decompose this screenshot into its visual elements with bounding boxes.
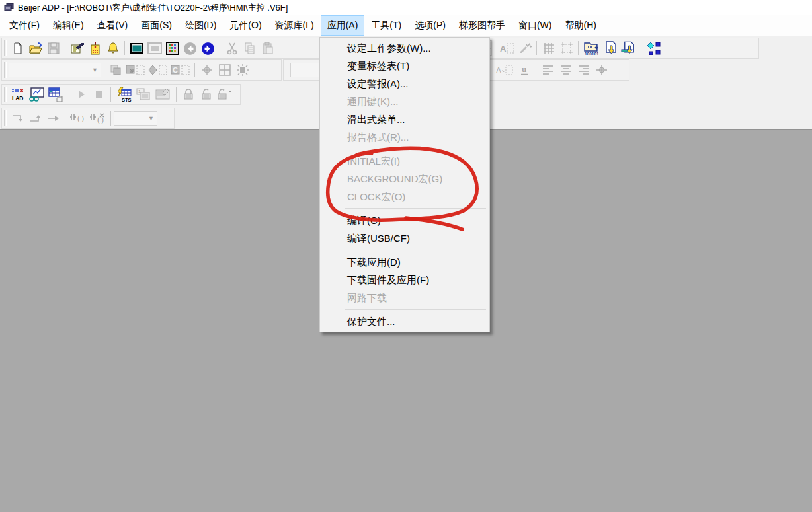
run-simulation-button[interactable] — [72, 86, 90, 104]
next-screen-button[interactable] — [199, 40, 217, 57]
text-cursor-button[interactable]: A — [494, 61, 515, 79]
menu-item[interactable]: 网路下载 — [320, 289, 489, 307]
branch-up-icon — [29, 113, 42, 124]
open-file-button[interactable] — [26, 40, 44, 57]
work-parameters-button[interactable] — [68, 40, 86, 57]
lock-options-button[interactable] — [215, 86, 236, 104]
grid-toggle-button[interactable] — [540, 40, 557, 57]
menu-item[interactable]: 设定警报(A)... — [320, 75, 489, 92]
align-left-button[interactable] — [539, 61, 557, 79]
previous-screen-button[interactable] — [181, 40, 199, 57]
contact-closed-icon: () — [89, 112, 106, 124]
download-data-button[interactable]: 100101 — [581, 40, 602, 57]
menu-item[interactable]: 报告格式(R)... — [320, 128, 489, 146]
copy-icon — [243, 42, 257, 55]
download-app-button[interactable] — [602, 40, 620, 57]
bring-front-button[interactable] — [106, 61, 124, 79]
object-style-combo[interactable]: ▼ — [9, 63, 101, 77]
menu-item[interactable]: 通用键(K)... — [320, 92, 489, 110]
menu-item[interactable]: INITIAL宏(I) — [320, 152, 489, 170]
menubar-item[interactable]: 资源库(L) — [268, 15, 321, 36]
menu-item[interactable]: 编译(C) — [320, 211, 489, 229]
object-link-button[interactable] — [644, 40, 662, 57]
snap-grid-button[interactable] — [557, 40, 575, 57]
menubar-item[interactable]: 元件(O) — [223, 15, 268, 36]
replace-object-button[interactable] — [124, 61, 147, 79]
group-object-icon: C — [171, 63, 190, 77]
menu-item[interactable]: 设定工作参数(W)... — [320, 39, 489, 57]
center-object-button[interactable] — [233, 61, 251, 79]
lock-button[interactable] — [179, 86, 197, 104]
underline-button[interactable]: u — [515, 61, 533, 79]
menu-item[interactable]: 保护文件... — [320, 312, 489, 330]
menubar-item[interactable]: 查看(V) — [91, 15, 135, 36]
group-object-button[interactable]: C — [169, 61, 192, 79]
align-right-button[interactable] — [575, 61, 592, 79]
text-cursor-icon: A — [495, 64, 514, 76]
save-file-button[interactable] — [44, 40, 62, 57]
toolbar-grip[interactable] — [286, 62, 288, 78]
toolbar-separator — [176, 87, 177, 102]
menubar-item[interactable]: 编辑(E) — [46, 15, 91, 36]
align-center-button[interactable] — [557, 61, 575, 79]
page-one-button[interactable]: 1 — [134, 86, 153, 104]
line-right-button[interactable] — [44, 110, 62, 128]
contact-open-button[interactable]: () — [68, 110, 88, 128]
svg-text:A: A — [500, 44, 507, 54]
menubar-item[interactable]: 梯形图帮手 — [452, 15, 512, 36]
unlock-button[interactable] — [197, 86, 215, 104]
menubar-item[interactable]: 帮助(H) — [558, 15, 602, 36]
menubar-item[interactable]: 窗口(W) — [512, 15, 559, 36]
menu-item[interactable]: 滑出式菜单... — [320, 110, 489, 128]
contact-closed-button[interactable]: () — [88, 110, 108, 128]
copy-table-button[interactable] — [46, 86, 66, 104]
status-table-button[interactable]: STS — [114, 86, 134, 104]
shape-to-object-button[interactable] — [147, 61, 169, 79]
paste-button[interactable] — [259, 40, 276, 57]
download-firmware-button[interactable] — [620, 40, 638, 57]
menubar-item[interactable]: 应用(A) — [321, 15, 365, 36]
align-position-button[interactable] — [592, 61, 610, 79]
shape-object-icon — [148, 63, 168, 77]
copy-button[interactable] — [241, 40, 259, 57]
screen-keypad-button[interactable] — [153, 86, 173, 104]
ladder-combo[interactable]: ▼ — [114, 111, 157, 126]
branch-up-button[interactable] — [26, 110, 44, 128]
toolbar-grip[interactable] — [4, 62, 7, 78]
text-element-button[interactable]: A — [498, 40, 516, 57]
view-monitor-button[interactable] — [26, 86, 46, 104]
screen-manager-button[interactable] — [163, 40, 181, 57]
toolbar-grip[interactable] — [4, 110, 7, 126]
cut-button[interactable] — [223, 40, 241, 57]
menu-item[interactable]: 编译(USB/CF) — [320, 229, 489, 247]
toolbar-separator — [536, 41, 537, 55]
svg-text:(): () — [97, 117, 104, 124]
branch-down-button[interactable] — [9, 110, 26, 128]
menubar-item[interactable]: 绘图(D) — [179, 15, 223, 36]
screen-editor-button[interactable] — [128, 40, 145, 57]
view-monitor-icon — [28, 87, 45, 102]
alarm-button[interactable] — [104, 40, 122, 57]
center-point-button[interactable] — [198, 61, 216, 79]
menu-item[interactable]: 下载固件及应用(F) — [320, 271, 489, 289]
window-editor-button[interactable] — [145, 40, 163, 57]
menu-item[interactable]: 下载应用(D) — [320, 253, 489, 271]
toolbar-grip[interactable] — [4, 40, 7, 56]
ladder-editor-button[interactable]: LAD — [9, 86, 26, 104]
stop-simulation-button[interactable] — [90, 86, 108, 104]
tag-table-button[interactable] — [86, 40, 104, 57]
menubar-item[interactable]: 工具(T) — [364, 15, 408, 36]
menubar-item[interactable]: 文件(F) — [3, 15, 46, 36]
menu-item[interactable]: 变量标签表(T) — [320, 57, 489, 75]
menubar-item[interactable]: 选项(P) — [408, 15, 452, 36]
touch-element-button[interactable] — [516, 40, 534, 57]
menubar-item[interactable]: 画面(S) — [134, 15, 179, 36]
crosshair-icon — [200, 63, 214, 77]
window-title: Beijer ADP - [F:\ROBOT\客户\成都集佳\TO220F-2\… — [18, 2, 288, 14]
new-file-button[interactable] — [9, 40, 26, 57]
menu-item[interactable]: CLOCK宏(O) — [320, 188, 489, 205]
window-split-button[interactable] — [216, 61, 233, 79]
toolbar-grip[interactable] — [4, 87, 7, 102]
download-firmware-icon — [621, 40, 637, 56]
menu-item[interactable]: BACKGROUND宏(G) — [320, 170, 489, 188]
